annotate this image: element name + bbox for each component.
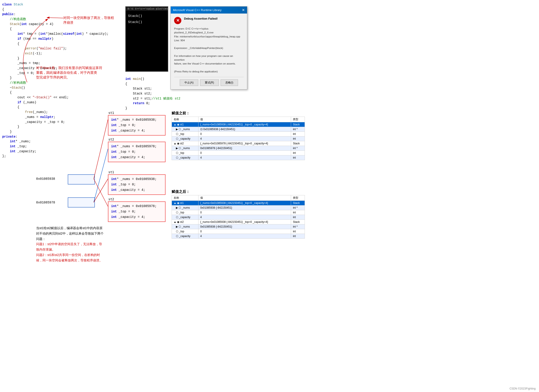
abort-button[interactable]: 中止(A) <box>180 79 198 86</box>
cell-value: 0 <box>198 132 291 137</box>
cell-name: ▶ ⬡ _nums <box>172 224 198 229</box>
watermark: CSDN ©2023Fighting <box>510 387 536 390</box>
table-row: ▶ ⬡ _nums ⊡ 0x01085938 {-842150451} int … <box>172 127 305 132</box>
error-title: Microsoft Visual C++ Runtime Library <box>173 8 221 12</box>
table-row: ⬡ _capacity 4 int <box>172 234 305 239</box>
terminal-titlebar: D:\C C++\c++\cplus-plus\test_2_6\ <box>126 7 168 11</box>
cell-type: int <box>291 234 305 239</box>
cell-type: int * <box>291 127 305 132</box>
cell-value: 4 <box>198 234 291 239</box>
table-row: ⬡ _top 0 int <box>172 132 305 137</box>
cell-value: 0x01085978 {-842150451} <box>198 146 291 151</box>
bottom-explanation: 当st1给st2赋值以后，编译器会将st1中的内容原 封不动的拷贝到st2中，这… <box>36 226 147 263</box>
cell-name: ⬡ _capacity <box>172 137 198 141</box>
cell-name: ⬡ _capacity <box>172 234 198 239</box>
st1-membox-bottom: int* _nums = 0x01085938; int _top = 0; i… <box>108 174 165 195</box>
error-body: ✕ Debug Assertion Failed! Program: D:\C … <box>171 14 247 89</box>
st2-membox-bottom: int* _nums = 0x01085978; int _top = 0; i… <box>108 201 165 222</box>
table-before: 名称 值 类型 ▲ ◉ st1 {_nums=0x01085938 {-8421… <box>172 117 305 160</box>
st1-label-bottom: st1 <box>108 170 114 174</box>
col-header-name: 名称 <box>172 195 198 201</box>
code-panel: class Stack { public: //构造函数 Stack(int c… <box>2 2 122 159</box>
st1-membox-top: int* _nums = 0x01085938; int _top = 0; i… <box>108 115 165 136</box>
cell-type: int <box>291 210 305 215</box>
col-header-type: 类型 <box>291 117 305 122</box>
st2-label-bottom: st2 <box>108 197 114 201</box>
cell-value: 4 <box>198 156 291 160</box>
cell-type: int <box>291 151 305 156</box>
error-info: Program: D:\C C++\c++\cplus-plus\test_2_… <box>174 27 244 74</box>
st1-label-top: st1 <box>108 111 114 115</box>
col-header-value: 值 <box>198 195 291 201</box>
st2-label-top: st2 <box>108 137 114 142</box>
col-header-name: 名称 <box>172 117 198 122</box>
cell-name: ⬡ _top <box>172 151 198 156</box>
cell-type: Stack <box>291 141 305 146</box>
cell-value: 0 <box>198 229 291 234</box>
cell-value: {_nums=0x01085938 {-842150451} _top=0 _c… <box>198 220 291 224</box>
table-before-title: 赋值之前： <box>172 111 305 116</box>
table-after: 名称 值 类型 ▲ ◉ st1 {_nums=0x01085938 {-8421… <box>172 195 305 239</box>
cell-type: int <box>291 215 305 220</box>
cell-name: ⬡ _top <box>172 229 198 234</box>
cell-type: int <box>291 229 305 234</box>
table-row: ▶ ⬡ _nums 0x01085978 {-842150451} int * <box>172 146 305 151</box>
table-row: ▲ ◉ st2 {_nums=0x01085938 {-842150451} _… <box>172 220 305 224</box>
table-row: ▶ ⬡ _nums 0x01085938 {-842150451} int * <box>172 224 305 229</box>
error-titlebar: Microsoft Visual C++ Runtime Library ✕ <box>171 7 247 14</box>
cell-name: ▶ ⬡ _nums <box>172 205 198 210</box>
error-icon: ✕ <box>174 17 181 24</box>
annotation-assign: 对于Stack类，我们没有显示的写赋值运算符重载，因此编译器自动生成，对于内置类… <box>36 65 111 80</box>
close-button[interactable]: ✕ <box>242 8 245 12</box>
cell-name: ⬡ _capacity <box>172 215 198 220</box>
cell-value: ⊡ 0x01085938 {-842150451} <box>198 127 291 132</box>
terminal-line-1: Stack() <box>128 13 165 19</box>
cell-type: int <box>291 132 305 137</box>
cell-value: 0 <box>198 151 291 156</box>
svg-line-4 <box>94 179 108 206</box>
error-header-text: Debug Assertion Failed! <box>184 17 218 20</box>
terminal-body: Stack() Stack() <box>126 11 168 28</box>
terminal-line-2: Stack() <box>128 19 165 25</box>
cell-name: ▶ ⬡ _nums <box>172 127 198 132</box>
table-row: ▲ ◉ st1 {_nums=0x01085938 {-842150451} _… <box>172 122 305 127</box>
cell-value: {_nums=0x01085938 {-842150451} _top=0 _c… <box>198 201 291 205</box>
table-row: ▲ ◉ st2 {_nums=0x01085978 {-842150451} _… <box>172 141 305 146</box>
terminal-window: D:\C C++\c++\cplus-plus\test_2_6\ Stack(… <box>125 6 168 72</box>
st2-membox-top: int* _nums = 0x01085978; int _top = 0; i… <box>108 142 165 162</box>
cell-value: {_nums=0x01085978 {-842150451} _top=0 _c… <box>198 141 291 146</box>
cell-value: 4 <box>198 137 291 141</box>
cell-name: ▲ ◉ st2 <box>172 141 198 146</box>
cell-type: int <box>291 137 305 141</box>
table-row: ⬡ _capacity 4 int <box>172 137 305 141</box>
col-header-type: 类型 <box>291 195 305 201</box>
cell-name: ▲ ◉ st2 <box>172 220 198 224</box>
annotation-crash: 对同一块空间释放了两次，导致程序崩溃 <box>63 15 114 25</box>
main-code: int main() { Stack st1; Stack st2; st2 =… <box>125 77 177 111</box>
addr-label-2: 0x01085978 <box>36 201 55 204</box>
error-buttons: 中止(A) 重试(R) 忽略(I) <box>174 77 244 86</box>
cell-name: ⬡ _top <box>172 132 198 137</box>
table-row: ⬡ _capacity 4 int <box>172 215 305 220</box>
table-row: ⬡ _top 0 int <box>172 229 305 234</box>
error-dialog: Microsoft Visual C++ Runtime Library ✕ ✕… <box>170 6 247 90</box>
table-before-section: 赋值之前： 名称 值 类型 ▲ ◉ st1 {_nums=0x01085938 … <box>172 111 305 160</box>
cell-value: 0 <box>198 210 291 215</box>
cell-name: ▲ ◉ st1 <box>172 122 198 127</box>
cell-type: int * <box>291 205 305 210</box>
table-after-section: 赋值之后： 名称 值 类型 ▲ ◉ st1 {_nums=0x01085938 … <box>172 189 305 239</box>
cell-value: 0x01085938 {-842150451} <box>198 205 291 210</box>
ignore-button[interactable]: 忽略(I) <box>221 79 238 86</box>
mem-block-1 <box>68 174 95 184</box>
cell-value: 4 <box>198 215 291 220</box>
svg-line-3 <box>94 179 108 202</box>
col-header-value: 值 <box>198 117 291 122</box>
addr-label-1: 0x01085938 <box>36 177 55 181</box>
retry-button[interactable]: 重试(R) <box>200 79 219 86</box>
cell-value: {_nums=0x01085938 {-842150451} _top=0 _c… <box>198 122 291 127</box>
table-row: ▲ ◉ st1 {_nums=0x01085938 {-842150451} _… <box>172 201 305 205</box>
table-row: ▶ ⬡ _nums 0x01085938 {-842150451} int * <box>172 205 305 210</box>
table-row: ⬡ _capacity 4 int <box>172 156 305 160</box>
cell-name: ▲ ◉ st1 <box>172 201 198 205</box>
cell-name: ⬡ _top <box>172 210 198 215</box>
